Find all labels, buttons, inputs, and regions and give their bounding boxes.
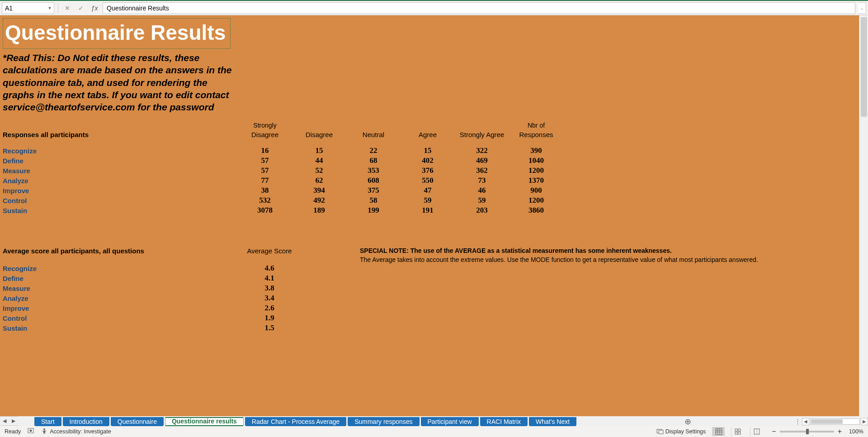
zoom-level[interactable]: 100%: [845, 428, 863, 435]
cell-value: 1200: [509, 196, 563, 205]
special-note-bold: SPECIAL NOTE: The use of the AVERAGE as …: [360, 247, 758, 254]
new-sheet-button[interactable]: ⊕: [682, 417, 693, 426]
sheet-tab[interactable]: Radar Chart - Process Average: [245, 417, 346, 426]
tab-nav-prev-icon[interactable]: ◀: [0, 417, 9, 426]
page-layout-view-button[interactable]: [731, 427, 744, 436]
cell-value: 68: [346, 156, 401, 165]
row-label: Analyze: [3, 294, 229, 302]
expand-formula-bar-icon[interactable]: ⌄: [858, 2, 866, 14]
col-header: Strongly Agree: [455, 131, 509, 138]
cell-value: 1.5: [229, 323, 310, 332]
hscroll-right-icon[interactable]: ▶: [861, 418, 868, 425]
cell-value: 322: [455, 146, 509, 155]
svg-rect-12: [735, 432, 737, 434]
sheet-tab[interactable]: Summary responses: [348, 417, 419, 426]
cell-value: 1370: [509, 176, 563, 185]
name-box-dropdown-icon[interactable]: ▼: [46, 3, 54, 14]
sheet-tab[interactable]: Introduction: [63, 417, 109, 426]
formula-input[interactable]: [103, 2, 855, 14]
hscroll-left-icon[interactable]: ◀: [802, 418, 809, 425]
name-box[interactable]: [2, 3, 46, 14]
zoom-control[interactable]: − + 100%: [772, 428, 863, 436]
col-header: Agree: [401, 131, 455, 138]
worksheet-area: Questionnaire Results *Read This: Do Not…: [0, 15, 868, 416]
status-ready: Ready: [5, 428, 21, 435]
svg-point-1: [30, 430, 32, 432]
row-label: Control: [3, 197, 238, 204]
cell-value: 492: [292, 196, 346, 205]
row-label: Improve: [3, 304, 229, 312]
sheet-tab[interactable]: Participant view: [421, 417, 479, 426]
cell-value: 189: [292, 206, 346, 215]
table-row: Sustain1.5: [3, 323, 859, 333]
table-row: Measure3.8: [3, 283, 859, 293]
zoom-out-button[interactable]: −: [772, 428, 776, 436]
cell-value: 469: [455, 156, 509, 165]
cell-value: 3.8: [229, 284, 310, 293]
macro-record-icon[interactable]: [27, 427, 34, 436]
svg-point-2: [43, 428, 45, 430]
cell-value: 353: [346, 166, 401, 175]
cell-value: 44: [292, 156, 346, 165]
table-row: Analyze3.4: [3, 293, 859, 303]
selected-cell-a1[interactable]: Questionnaire Results: [3, 18, 231, 49]
sheet-tab[interactable]: RACI Matrix: [480, 417, 528, 426]
enter-formula-button[interactable]: ✓: [75, 3, 86, 14]
horizontal-scrollbar[interactable]: ◀ ▶: [802, 418, 868, 425]
cell-value: 3.4: [229, 294, 310, 303]
row-label: Sustain: [3, 324, 229, 332]
cancel-formula-button[interactable]: ✕: [62, 3, 73, 14]
cell-value: 73: [455, 176, 509, 185]
responses-table: Strongly Nbr of Responses all participan…: [3, 121, 859, 215]
table-row: Recognize16152215322390: [3, 146, 859, 156]
tab-nav-next-icon[interactable]: ▶: [9, 417, 18, 426]
zoom-slider-knob[interactable]: [806, 429, 809, 434]
tab-scroll-options-icon[interactable]: ⋮: [793, 417, 802, 426]
worksheet[interactable]: Questionnaire Results *Read This: Do Not…: [0, 15, 859, 416]
svg-rect-13: [738, 432, 741, 434]
col-header: Strongly: [238, 122, 292, 128]
table-row: Define4.1: [3, 273, 859, 283]
zoom-in-button[interactable]: +: [838, 428, 842, 436]
zoom-slider[interactable]: [780, 431, 834, 432]
row-label: Measure: [3, 167, 238, 175]
cell-value: 58: [346, 196, 401, 205]
table-row: Control1.9: [3, 313, 859, 323]
cell-value: 38: [238, 186, 292, 195]
cell-value: 22: [346, 146, 401, 155]
accessibility-button[interactable]: Accessibility: Investigate: [41, 428, 111, 435]
read-this-note: *Read This: Do Not edit these results, t…: [3, 52, 238, 113]
cell-value: 47: [401, 186, 455, 195]
row-label: Measure: [3, 285, 229, 292]
responses-heading: Responses all participants: [3, 131, 238, 138]
cell-value: 1200: [509, 166, 563, 175]
page-break-view-button[interactable]: [750, 427, 763, 436]
sheet-tab[interactable]: Questionnaire results: [165, 417, 244, 426]
table-row: Control5324925859591200: [3, 195, 859, 205]
svg-rect-10: [735, 429, 737, 431]
sheet-tab[interactable]: Start: [34, 417, 61, 426]
cell-value: 550: [401, 176, 455, 185]
cell-value: 191: [401, 206, 455, 215]
row-label: Improve: [3, 187, 238, 195]
sheet-tab[interactable]: Questionnaire: [111, 417, 164, 426]
table-row: Recognize4.6: [3, 263, 859, 273]
name-box-container[interactable]: ▼: [2, 2, 54, 14]
hscroll-thumb[interactable]: [811, 419, 843, 424]
normal-view-button[interactable]: [712, 427, 725, 436]
display-settings-button[interactable]: Display Settings: [656, 428, 706, 435]
hscroll-track[interactable]: [810, 418, 860, 425]
sheet-tabs: StartIntroductionQuestionnaireQuestionna…: [18, 416, 868, 426]
cell-value: 1.9: [229, 314, 310, 323]
cell-value: 3860: [509, 206, 563, 215]
cell-value: 62: [292, 176, 346, 185]
scrollbar-thumb[interactable]: [861, 17, 867, 117]
sheet-tab[interactable]: What's Next: [529, 417, 576, 426]
row-label: Sustain: [3, 207, 238, 214]
cell-value: 15: [401, 146, 455, 155]
vertical-scrollbar[interactable]: [859, 15, 868, 416]
cell-value: 3078: [238, 206, 292, 215]
cell-value: 77: [238, 176, 292, 185]
fx-icon[interactable]: ƒx: [89, 3, 100, 14]
col-header: Disagree: [292, 131, 346, 138]
